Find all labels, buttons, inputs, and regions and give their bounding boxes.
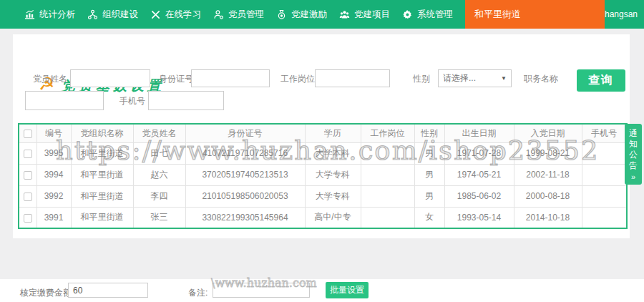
- cell-name: 李四: [133, 185, 185, 207]
- row-select-cell: [19, 164, 36, 185]
- cell-birth_date: 1993-05-14: [444, 207, 514, 228]
- select-all-cell: [19, 124, 36, 142]
- nav-item-members[interactable]: 党员管理: [213, 9, 264, 21]
- column-header: 身份证号: [185, 124, 305, 142]
- row-select-cell: [19, 142, 36, 164]
- org-chart-icon: [87, 9, 98, 20]
- table-row: 3991和平里街道张三330822199305145964高中/中专女1993-…: [19, 207, 627, 228]
- column-header: 党员姓名: [133, 124, 185, 142]
- cell-id_card: 410721197107285716: [185, 142, 305, 164]
- cell-gender: 男: [414, 142, 444, 164]
- medal-icon: [276, 9, 287, 20]
- pen-cross-icon: [150, 9, 161, 20]
- top-nav: 统计分析组织建设在线学习党员管理党建激励党建项目系统管理 和平里街道 hangs…: [0, 0, 644, 29]
- row-select-cell: [19, 185, 36, 207]
- cell-id_card: 370205197405213513: [185, 164, 305, 185]
- nav-item-label: 党建项目: [354, 9, 390, 21]
- gender-label: 性别: [413, 73, 430, 85]
- cell-name: 赵六: [133, 164, 185, 185]
- username[interactable]: hangsan: [605, 0, 638, 29]
- cell-num: 3995: [36, 142, 71, 164]
- nav-item-projects[interactable]: 党建项目: [339, 9, 390, 21]
- duty-label: 职务名称: [524, 73, 558, 85]
- cell-birth_date: 1985-06-02: [444, 185, 514, 207]
- column-header: 手机号: [582, 124, 627, 142]
- cell-education: 大学专科: [305, 164, 361, 185]
- nav-item-system[interactable]: 系统管理: [402, 9, 453, 21]
- gear-icon: [402, 9, 413, 20]
- team-icon: [339, 9, 350, 20]
- phone-label: 手机号: [119, 95, 145, 107]
- gender-select[interactable]: 请选择... ▼: [438, 69, 512, 87]
- nav-item-incentive[interactable]: 党建激励: [276, 9, 327, 21]
- amount-label: 核定缴费金额:: [20, 287, 74, 299]
- nav-item-org[interactable]: 组织建设: [87, 9, 138, 21]
- search-button[interactable]: 查询: [577, 69, 625, 92]
- cell-num: 3991: [36, 207, 71, 228]
- cell-join_date: 1999-08-21: [514, 142, 582, 164]
- row-checkbox[interactable]: [24, 171, 32, 180]
- select-all-checkbox[interactable]: [24, 130, 32, 138]
- row-select-cell: [19, 207, 36, 228]
- org-badge[interactable]: 和平里街道: [465, 0, 605, 29]
- duty-input[interactable]: [25, 91, 104, 110]
- cell-id_card: 210105198506020053: [185, 185, 305, 207]
- cell-education: 大学本科: [305, 142, 361, 164]
- nav-item-label: 统计分析: [39, 9, 75, 21]
- table-row: 3995和平里街道田七410721197107285716大学本科男1971-0…: [19, 142, 627, 164]
- row-checkbox[interactable]: [24, 214, 32, 223]
- table-header-row: 编号党组织名称党员姓名身份证号学历工作岗位性别出生日期入党日期手机号: [19, 124, 627, 142]
- cell-gender: 女: [414, 207, 444, 228]
- remark-input[interactable]: [213, 283, 310, 298]
- cell-education: 大学专科: [305, 185, 361, 207]
- bar-chart-icon: [24, 9, 35, 20]
- row-checkbox[interactable]: [24, 150, 32, 158]
- nav-item-study[interactable]: 在线学习: [150, 9, 201, 21]
- phone-input[interactable]: [148, 91, 224, 110]
- table-body: 3995和平里街道田七410721197107285716大学本科男1971-0…: [19, 142, 627, 228]
- cell-id_card: 330822199305145964: [185, 207, 305, 228]
- column-header: 出生日期: [444, 124, 514, 142]
- job-label: 工作岗位: [280, 73, 315, 85]
- cell-org: 和平里街道: [71, 207, 133, 228]
- screen: 统计分析组织建设在线学习党员管理党建激励党建项目系统管理 和平里街道 hangs…: [0, 0, 644, 302]
- content-panel: ☭ 党费基数设置 党员姓名 身份证号 工作岗位 性别 请选择... ▼ 职务名称…: [13, 34, 630, 238]
- cell-org: 和平里街道: [71, 142, 133, 164]
- user-gear-icon: [213, 9, 224, 20]
- cell-phone: [582, 207, 627, 228]
- cell-phone: [582, 164, 627, 185]
- cell-num: 3992: [36, 185, 71, 207]
- cell-job: [361, 164, 414, 185]
- cell-birth_date: 1974-05-21: [444, 164, 514, 185]
- member-name-input[interactable]: [70, 69, 150, 87]
- idcard-input[interactable]: [191, 69, 270, 87]
- cell-job: [361, 142, 414, 164]
- row-checkbox[interactable]: [24, 193, 32, 201]
- column-header: 入党日期: [514, 124, 582, 142]
- table-row: 3994和平里街道赵六370205197405213513大学专科男1974-0…: [19, 164, 627, 185]
- cell-job: [361, 185, 414, 207]
- nav-item-stats[interactable]: 统计分析: [24, 9, 75, 21]
- nav-item-label: 组织建设: [102, 9, 138, 21]
- cell-gender: 男: [414, 185, 444, 207]
- column-header: 编号: [36, 124, 71, 142]
- cell-org: 和平里街道: [71, 164, 133, 185]
- cell-job: [361, 207, 414, 228]
- notice-tab[interactable]: 通知公告 »: [625, 124, 642, 185]
- cell-join_date: 2014-10-18: [514, 207, 582, 228]
- job-input[interactable]: [315, 69, 390, 87]
- idcard-label: 身份证号: [159, 73, 193, 85]
- cell-gender: 男: [414, 164, 444, 185]
- batch-set-button[interactable]: 批量设置: [326, 282, 369, 298]
- nav-item-label: 系统管理: [417, 9, 453, 21]
- gender-select-value: 请选择...: [443, 72, 476, 84]
- chevron-down-icon: ▼: [501, 75, 507, 82]
- cell-education: 高中/中专: [305, 207, 361, 228]
- remark-label: 备注:: [188, 287, 208, 299]
- members-table: 编号党组织名称党员姓名身份证号学历工作岗位性别出生日期入党日期手机号 3995和…: [18, 123, 628, 229]
- cell-birth_date: 1971-07-28: [444, 142, 514, 164]
- column-header: 学历: [305, 124, 361, 142]
- column-header: 党组织名称: [71, 124, 133, 142]
- nav-item-label: 党建激励: [291, 9, 327, 21]
- amount-input[interactable]: [68, 283, 148, 298]
